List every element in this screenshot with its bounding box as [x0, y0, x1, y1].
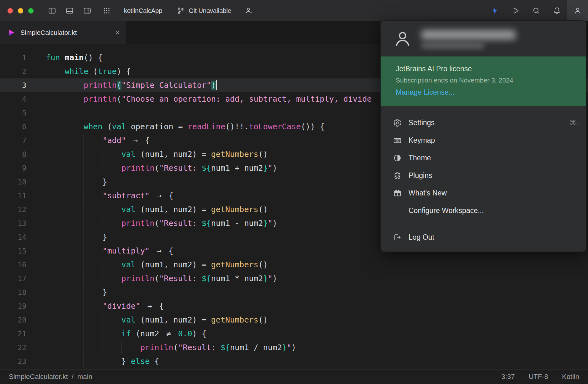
notifications-bell-icon[interactable] [547, 0, 567, 21]
line-number[interactable]: 15 [0, 244, 26, 258]
line-number[interactable]: 17 [0, 272, 26, 285]
zoom-window-button[interactable] [28, 8, 34, 13]
run-icon[interactable] [505, 0, 526, 21]
file-language[interactable]: Kotlin [562, 373, 579, 381]
code-line-16[interactable]: 16 val (num1, num2) = getNumbers() [0, 258, 588, 272]
right-panel-icon[interactable] [83, 7, 91, 15]
line-number[interactable]: 8 [0, 147, 26, 161]
menu-label: What's New [409, 189, 447, 197]
line-number[interactable]: 18 [0, 285, 26, 299]
line-number[interactable]: 2 [0, 65, 26, 78]
menu-label: Keymap [409, 136, 435, 145]
account-menu: JetBrains AI Pro license Subscription en… [381, 21, 586, 252]
line-number[interactable]: 11 [0, 189, 26, 203]
code-text: println("Result: ${num1 / num2}") [26, 341, 296, 355]
add-collaborator-icon[interactable] [245, 7, 253, 15]
titlebar: kotlinCalcApp Git Unavailable [0, 0, 588, 21]
manage-license-link[interactable]: Manage License... [396, 88, 574, 97]
indent-guide [103, 258, 103, 285]
line-number[interactable]: 16 [0, 258, 26, 272]
menu-item-theme[interactable]: Theme [381, 149, 586, 167]
menu-label: Log Out [409, 233, 434, 242]
close-window-button[interactable] [8, 8, 13, 13]
code-line-19[interactable]: 19 "divide" → { [0, 299, 588, 313]
line-number[interactable]: 12 [0, 203, 26, 216]
panel-toggles [48, 7, 91, 15]
user-name-redacted [421, 30, 516, 40]
status-bar: SimpleCalculator.kt / main 3:37 UTF-8 Ko… [0, 369, 588, 384]
settings-shortcut: ⌘, [569, 119, 578, 126]
status-file-name[interactable]: SimpleCalculator.kt [9, 373, 68, 381]
menu-item-configure-workspace[interactable]: Configure Workspace... [381, 202, 586, 219]
menu-separator [381, 224, 586, 224]
account-menu-list: Settings ⌘, Keymap Theme Plugins [381, 106, 586, 246]
code-line-20[interactable]: 20 val (num1, num2) = getNumbers() [0, 313, 588, 327]
code-line-21[interactable]: 21 if (num2 ≠ 0.0) { [0, 327, 588, 341]
menu-item-keymap[interactable]: Keymap [381, 131, 586, 149]
indent-guide [65, 78, 65, 368]
code-line-22[interactable]: 22 println("Result: ${num1 / num2}") [0, 341, 588, 355]
line-number[interactable]: 21 [0, 327, 26, 341]
puzzle-icon [393, 171, 402, 180]
indent-guide [103, 203, 103, 230]
line-number[interactable]: 20 [0, 313, 26, 327]
menu-item-log-out[interactable]: Log Out [381, 228, 586, 246]
line-number[interactable]: 14 [0, 230, 26, 244]
code-text: } [26, 175, 107, 189]
line-number[interactable]: 19 [0, 299, 26, 313]
window-controls [0, 8, 34, 13]
search-icon[interactable] [526, 0, 547, 21]
line-number[interactable]: 7 [0, 134, 26, 147]
text-caret [216, 80, 217, 90]
menu-label: Settings [409, 119, 435, 127]
account-header [381, 21, 586, 56]
project-name[interactable]: kotlinCalcApp [124, 7, 162, 14]
menu-item-settings[interactable]: Settings ⌘, [381, 114, 586, 131]
line-number[interactable]: 22 [0, 341, 26, 355]
menu-label: Configure Workspace... [409, 206, 484, 215]
indent-guide [103, 147, 103, 175]
tab-title: SimpleCalculator.kt [20, 29, 77, 36]
code-text: while (true) { [26, 65, 131, 78]
indent-guide [83, 134, 84, 368]
user-identity [421, 30, 516, 48]
code-text: } [26, 230, 107, 244]
menu-item-whats-new[interactable]: What's New [381, 184, 586, 202]
code-line-18[interactable]: 18 } [0, 285, 588, 299]
fleet-logo-icon [8, 29, 16, 37]
ai-lightning-icon[interactable] [484, 0, 505, 21]
indent-guide [103, 313, 103, 355]
code-text: "multiply" → { [26, 244, 173, 258]
gift-icon [393, 189, 402, 197]
titlebar-right-actions [484, 0, 588, 21]
account-icon[interactable] [567, 0, 588, 21]
line-number[interactable]: 6 [0, 120, 26, 134]
line-number[interactable]: 23 [0, 355, 26, 368]
keyboard-icon [393, 136, 402, 145]
status-scope[interactable]: main [77, 373, 92, 381]
minimize-window-button[interactable] [18, 8, 23, 13]
line-number[interactable]: 9 [0, 161, 26, 175]
code-line-17[interactable]: 17 println("Result: ${num1 * num2}") [0, 272, 588, 285]
git-status-label: Git Unavailable [189, 7, 231, 14]
line-number[interactable]: 10 [0, 175, 26, 189]
menu-item-plugins[interactable]: Plugins [381, 167, 586, 184]
apps-grid-icon[interactable] [103, 7, 111, 15]
line-number[interactable]: 13 [0, 216, 26, 230]
left-panel-icon[interactable] [48, 7, 56, 15]
logout-icon [393, 233, 402, 242]
git-status-button[interactable]: Git Unavailable [177, 7, 231, 15]
bottom-panel-icon[interactable] [66, 7, 74, 15]
line-number[interactable]: 3 [0, 78, 26, 92]
tab-close-icon[interactable]: × [115, 29, 120, 37]
theme-icon [393, 154, 402, 162]
line-number[interactable]: 4 [0, 92, 26, 106]
caret-position[interactable]: 3:37 [501, 373, 515, 381]
file-encoding[interactable]: UTF-8 [529, 373, 548, 381]
line-number[interactable]: 1 [0, 51, 26, 65]
menu-label: Theme [409, 154, 431, 162]
code-text: "add" → { [26, 134, 150, 147]
code-line-23[interactable]: 23 } else { [0, 355, 588, 368]
tab-simplecalculator[interactable]: SimpleCalculator.kt × [0, 21, 126, 44]
line-number[interactable]: 5 [0, 106, 26, 120]
